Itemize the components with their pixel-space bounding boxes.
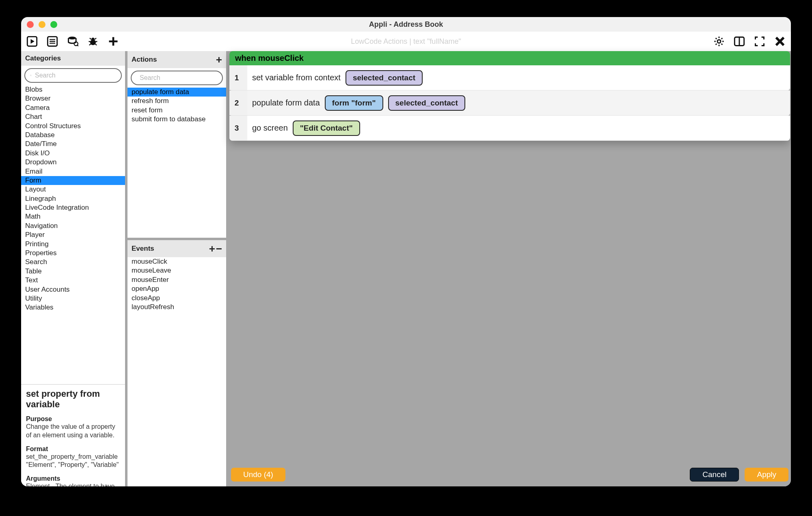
help-panel: set property from variable PurposeChange… (21, 384, 125, 486)
window-title: Appli - Address Book (21, 20, 791, 29)
maximize-window-button[interactable] (50, 21, 57, 28)
categories-search-input[interactable] (35, 72, 116, 79)
category-item[interactable]: Utility (21, 294, 125, 303)
step-argument-pill[interactable]: selected_contact (388, 95, 465, 111)
flow-step[interactable]: 1set variable from contextselected_conta… (229, 65, 790, 90)
cancel-button[interactable]: Cancel (690, 468, 739, 482)
bug-icon[interactable] (87, 35, 99, 47)
category-item[interactable]: Date/Time (21, 140, 125, 148)
step-body: populate form dataform "form"selected_co… (247, 92, 470, 114)
category-item[interactable]: Disk I/O (21, 149, 125, 158)
toolbar: LowCode Actions | text "fullName" (21, 32, 791, 51)
event-item[interactable]: layoutRefresh (127, 303, 226, 312)
workspace: when mouseClick 1set variable from conte… (229, 51, 791, 486)
category-item[interactable]: Email (21, 167, 125, 176)
close-icon[interactable] (774, 35, 786, 47)
events-list[interactable]: mouseClickmouseLeavemouseEnteropenAppclo… (127, 257, 226, 486)
svg-line-10 (89, 41, 91, 42)
svg-line-7 (78, 45, 78, 46)
category-item[interactable]: Table (21, 267, 125, 276)
category-item[interactable]: Search (21, 258, 125, 267)
event-item[interactable]: mouseClick (127, 257, 226, 266)
events-header: Events + − (127, 240, 226, 257)
gear-icon[interactable] (713, 35, 725, 47)
step-argument-pill[interactable]: selected_contact (346, 70, 423, 86)
category-item[interactable]: Blobs (21, 85, 125, 94)
category-item[interactable]: Dropdown (21, 158, 125, 167)
step-argument-pill[interactable]: "Edit Contact" (293, 120, 360, 136)
flow-steps: 1set variable from contextselected_conta… (229, 65, 790, 141)
event-item[interactable]: openApp (127, 284, 226, 293)
category-item[interactable]: Browser (21, 94, 125, 103)
action-item[interactable]: submit form to database (127, 115, 226, 124)
svg-point-5 (69, 37, 76, 39)
category-item[interactable]: Linegraph (21, 194, 125, 203)
minimize-window-button[interactable] (39, 21, 45, 28)
category-item[interactable]: Layout (21, 185, 125, 194)
action-item[interactable]: refresh form (127, 97, 226, 105)
event-item[interactable]: mouseEnter (127, 275, 226, 284)
svg-line-11 (95, 41, 97, 42)
content-area: Categories BlobsBrowserCameraChartContro… (21, 51, 791, 486)
app-window: Appli - Address Book LowCode Actions | t… (21, 17, 791, 486)
help-section-title: Purpose (26, 415, 120, 423)
svg-line-24 (31, 76, 32, 76)
svg-line-13 (95, 44, 97, 45)
category-item[interactable]: Player (21, 230, 125, 239)
categories-search[interactable] (24, 68, 122, 83)
action-item[interactable]: reset form (127, 106, 226, 115)
svg-point-18 (717, 40, 721, 43)
category-item[interactable]: Chart (21, 112, 125, 121)
fullscreen-icon[interactable] (754, 35, 766, 47)
category-item[interactable]: Navigation (21, 221, 125, 230)
svg-line-12 (89, 44, 91, 45)
plus-icon[interactable] (107, 35, 119, 47)
flow-header[interactable]: when mouseClick (229, 51, 790, 65)
window-controls (27, 21, 57, 28)
actions-list[interactable]: populate form datarefresh formreset form… (127, 88, 226, 238)
undo-button[interactable]: Undo (4) (231, 468, 285, 482)
actions-search[interactable] (131, 71, 223, 85)
flow-step[interactable]: 3go screen"Edit Contact" (229, 116, 790, 141)
help-section-title: Arguments (26, 475, 120, 482)
split-view-icon[interactable] (733, 35, 745, 47)
flow-step[interactable]: 2populate form dataform "form"selected_c… (229, 90, 790, 116)
category-item[interactable]: LiveCode Integration (21, 203, 125, 212)
apply-button[interactable]: Apply (745, 468, 788, 482)
action-item[interactable]: populate form data (127, 88, 226, 97)
category-item[interactable]: Properties (21, 249, 125, 258)
add-action-button[interactable]: + (216, 54, 222, 65)
step-number: 3 (229, 116, 247, 140)
svg-point-23 (30, 75, 31, 76)
step-number: 2 (229, 90, 247, 115)
step-number: 1 (229, 65, 247, 90)
categories-list[interactable]: BlobsBrowserCameraChartControl Structure… (21, 85, 125, 384)
remove-event-button[interactable]: − (216, 243, 222, 254)
actions-title: Actions (132, 56, 157, 64)
category-item[interactable]: Variables (21, 303, 125, 312)
event-item[interactable]: closeApp (127, 294, 226, 303)
help-section-body: Element - The element to have its proper… (26, 482, 120, 486)
svg-line-14 (90, 38, 92, 40)
list-icon[interactable] (46, 35, 58, 47)
category-item[interactable]: Camera (21, 103, 125, 112)
help-section-title: Format (26, 445, 120, 453)
toolbar-subtitle: LowCode Actions | text "fullName" (21, 37, 791, 46)
help-section-body: Change the value of a property of an ele… (26, 423, 120, 440)
category-item[interactable]: Form (21, 176, 125, 185)
category-item[interactable]: Text (21, 276, 125, 285)
add-event-button[interactable]: + (209, 243, 215, 254)
category-item[interactable]: Database (21, 131, 125, 140)
close-window-button[interactable] (27, 21, 34, 28)
category-item[interactable]: Math (21, 212, 125, 221)
database-icon[interactable] (67, 35, 79, 47)
step-text: go screen (252, 123, 288, 133)
categories-title: Categories (25, 54, 61, 62)
step-argument-pill[interactable]: form "form" (325, 95, 383, 111)
category-item[interactable]: Printing (21, 240, 125, 249)
play-icon[interactable] (26, 35, 38, 47)
category-item[interactable]: User Accounts (21, 285, 125, 294)
actions-search-input[interactable] (140, 74, 221, 82)
event-item[interactable]: mouseLeave (127, 266, 226, 275)
category-item[interactable]: Control Structures (21, 122, 125, 131)
